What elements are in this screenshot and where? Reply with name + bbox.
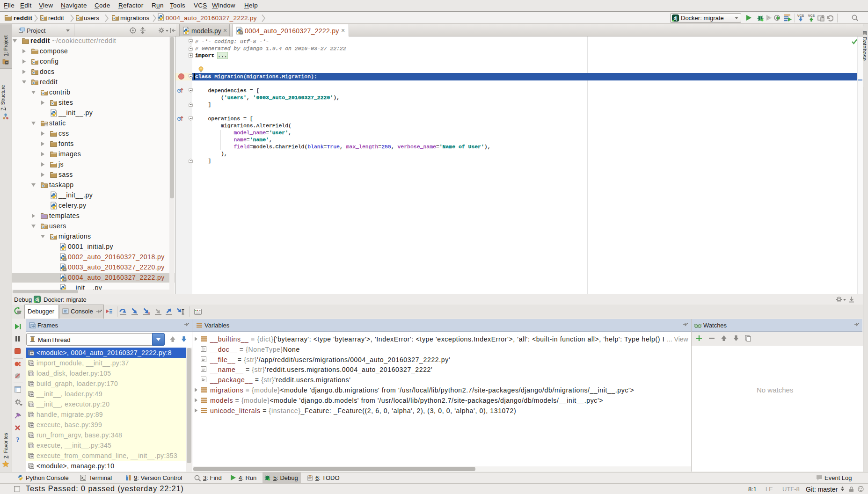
svg-text:?: ? [16,436,20,443]
svg-text:VCS: VCS [808,14,815,17]
svg-text:VCS: VCS [797,14,804,17]
svg-text:dj: dj [36,297,39,302]
svg-text:dj: dj [674,16,678,21]
